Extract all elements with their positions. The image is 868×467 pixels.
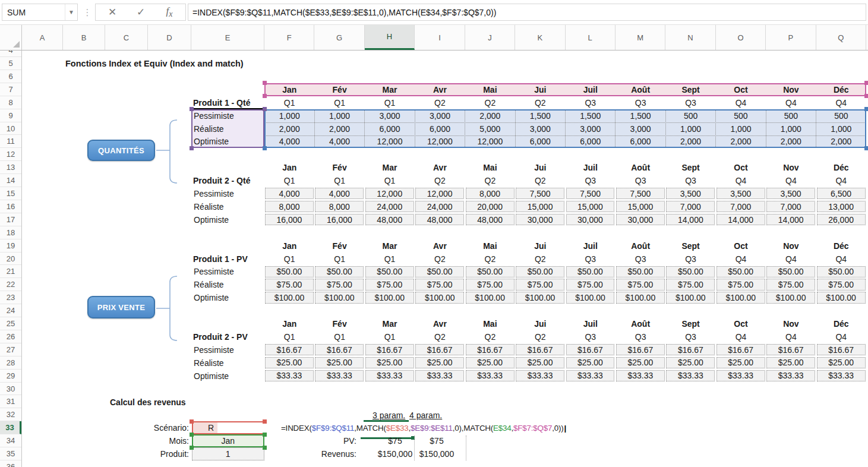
column-header-M[interactable]: M [616, 25, 665, 50]
quarter-cell[interactable]: Q2 [415, 96, 465, 109]
value-cell[interactable]: 3,000 [616, 122, 665, 135]
quarter-cell[interactable]: Q4 [816, 96, 866, 109]
value-cell[interactable]: $16.67 [717, 344, 765, 355]
value-cell[interactable]: 500 [766, 109, 816, 122]
value-cell[interactable]: $50.00 [766, 266, 815, 277]
scenario-label-cell[interactable]: Optimiste [194, 135, 229, 149]
month-cell[interactable]: Août [616, 83, 665, 96]
month-cell[interactable]: Jan [264, 83, 314, 96]
value-cell[interactable]: 15,000 [516, 201, 564, 212]
month-cell[interactable]: Mai [465, 161, 515, 174]
month-cell[interactable]: Déc [816, 317, 866, 330]
row-header-22[interactable]: 22 [0, 278, 21, 291]
value-cell[interactable]: 7,500 [616, 188, 665, 199]
row-header-32[interactable]: 32 [0, 408, 21, 421]
month-cell[interactable]: Mai [465, 239, 515, 253]
value-cell[interactable]: 2,000 [716, 135, 766, 149]
value-cell[interactable]: $25.00 [365, 357, 414, 368]
value-cell[interactable]: $50.00 [566, 266, 615, 277]
value-cell[interactable]: 15,000 [566, 201, 615, 212]
value-cell[interactable]: 12,000 [415, 135, 465, 149]
quarter-cell[interactable]: Q4 [766, 174, 816, 187]
value-cell[interactable]: $50.00 [817, 266, 866, 277]
value-cell[interactable]: 7,000 [766, 201, 815, 212]
value-cell[interactable]: 8,000 [466, 188, 515, 199]
value-cell[interactable]: $75.00 [315, 279, 364, 290]
column-header-C[interactable]: C [105, 25, 148, 50]
row-header-36[interactable]: 36 [0, 460, 21, 467]
value-cell[interactable]: $75.00 [516, 279, 564, 290]
value-cell[interactable]: 3,500 [717, 188, 765, 199]
quarter-cell[interactable]: Q2 [515, 174, 565, 187]
scenario-label-cell[interactable]: Optimiste [194, 291, 229, 304]
quarter-cell[interactable]: Q2 [415, 174, 465, 187]
value-cell[interactable]: $16.67 [365, 344, 414, 355]
column-header-K[interactable]: K [515, 25, 565, 50]
table-title[interactable]: Produit 2 - Qté [193, 174, 250, 187]
value-cell[interactable]: 1,000 [264, 109, 314, 122]
month-cell[interactable]: Sept [665, 317, 715, 330]
enter-icon[interactable]: ✓ [127, 4, 155, 20]
month-cell[interactable]: Jui [515, 317, 565, 330]
quarter-cell[interactable]: Q2 [465, 96, 515, 109]
value-cell[interactable]: 3,000 [515, 122, 565, 135]
row-header-31[interactable]: 31 [0, 396, 21, 409]
value-cell[interactable]: 20,000 [466, 201, 515, 212]
value-cell[interactable]: 12,000 [365, 188, 414, 199]
value-cell[interactable]: 2,000 [665, 135, 715, 149]
prix-vente-group-button[interactable]: PRIX VENTE [87, 296, 155, 318]
month-cell[interactable]: Jui [515, 239, 565, 253]
value-cell[interactable]: 1,000 [816, 122, 866, 135]
name-box[interactable]: SUM ▼ [2, 4, 78, 21]
quarter-cell[interactable]: Q1 [264, 96, 314, 109]
row-header-23[interactable]: 23 [0, 291, 21, 304]
value-cell[interactable]: $25.00 [415, 357, 464, 368]
row-header-6[interactable]: 6 [0, 70, 21, 83]
quarter-cell[interactable]: Q4 [716, 330, 766, 343]
quarter-cell[interactable]: Q1 [264, 253, 314, 266]
value-cell[interactable]: $16.67 [466, 344, 515, 355]
produit-cell[interactable]: 1 [192, 447, 265, 460]
value-cell[interactable]: 15,000 [616, 201, 665, 212]
value-cell[interactable]: $16.67 [766, 344, 815, 355]
value-cell[interactable]: $33.33 [817, 370, 866, 381]
value-cell[interactable]: 14,000 [717, 214, 765, 225]
month-cell[interactable]: Juil [566, 83, 616, 96]
quarter-cell[interactable]: Q4 [716, 174, 766, 187]
value-cell[interactable]: $100.00 [566, 292, 615, 303]
month-cell[interactable]: Mai [465, 83, 515, 96]
value-cell[interactable]: 24,000 [415, 201, 464, 212]
quarter-cell[interactable]: Q2 [515, 330, 565, 343]
value-cell[interactable]: 3,000 [566, 122, 616, 135]
month-cell[interactable]: Août [616, 161, 665, 174]
month-cell[interactable]: Avr [415, 317, 465, 330]
quarter-cell[interactable]: Q3 [616, 330, 665, 343]
row-header-34[interactable]: 34 [0, 434, 21, 447]
revenus-value-3param[interactable]: $150,000 [370, 447, 420, 460]
value-cell[interactable]: 4,000 [315, 188, 364, 199]
quarter-cell[interactable]: Q1 [314, 253, 364, 266]
value-cell[interactable]: $50.00 [616, 266, 665, 277]
value-cell[interactable]: $33.33 [717, 370, 765, 381]
value-cell[interactable]: 3,500 [666, 188, 715, 199]
quantities-group-button[interactable]: QUANTITÉS [87, 140, 155, 161]
month-cell[interactable]: Mar [365, 239, 415, 253]
value-cell[interactable]: $75.00 [365, 279, 414, 290]
quarter-cell[interactable]: Q2 [465, 174, 515, 187]
value-cell[interactable]: 7,500 [566, 188, 615, 199]
formula-input[interactable]: =INDEX($F$9:$Q$11,MATCH($E$33,$E$9:$E$11… [188, 4, 866, 21]
pv-value-3param[interactable]: $75 [370, 434, 420, 447]
quarter-cell[interactable]: Q2 [465, 330, 515, 343]
value-cell[interactable]: $75.00 [566, 279, 615, 290]
value-cell[interactable]: 1,000 [314, 109, 364, 122]
row-header-12[interactable]: 12 [0, 148, 21, 161]
month-cell[interactable]: Jan [264, 239, 314, 253]
quarter-cell[interactable]: Q3 [665, 174, 715, 187]
month-cell[interactable]: Août [616, 317, 665, 330]
value-cell[interactable]: 1,000 [766, 122, 816, 135]
quarter-cell[interactable]: Q3 [566, 174, 616, 187]
month-cell[interactable]: Juil [566, 317, 616, 330]
quarter-cell[interactable]: Q1 [264, 330, 314, 343]
row-header-29[interactable]: 29 [0, 370, 21, 383]
value-cell[interactable]: 5,000 [465, 122, 515, 135]
